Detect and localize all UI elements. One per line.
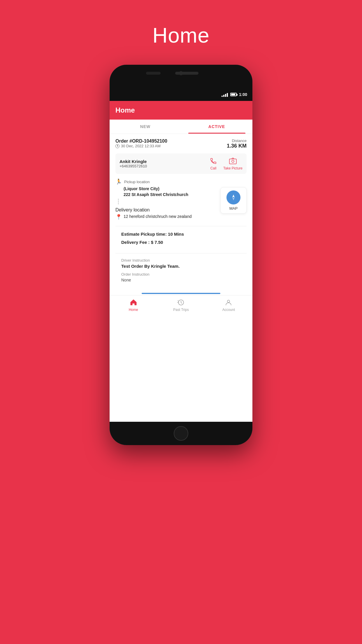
signal-icon [222, 92, 228, 97]
distance-label: Distance [227, 139, 247, 143]
divider-2 [115, 253, 247, 253]
nav-home-label: Home [129, 308, 138, 312]
app-header-title: Home [115, 106, 247, 114]
call-icon [209, 157, 217, 165]
map-button[interactable]: MAP [220, 187, 247, 214]
delivery-header: Delivery location [115, 207, 217, 213]
pickup-store: (Liquor Store City) [124, 186, 217, 192]
distance-value: 1.36 KM [227, 143, 247, 149]
take-picture-label: Take Picture [223, 166, 242, 170]
svg-marker-2 [232, 195, 235, 197]
app-content: Home NEW ACTIVE Order #ORD-104952100 30 … [110, 101, 252, 422]
pickup-address: 222 St Asaph Street Christchurch [124, 192, 217, 198]
driver-instruction-text: Test Order By Kringle Team. [121, 264, 241, 269]
divider-1 [115, 226, 247, 226]
delivery-address: 12 hereford christchruch new zealand [124, 214, 191, 220]
status-time: 1:00 [239, 92, 247, 97]
bottom-nav: Home Past Trips [110, 295, 252, 316]
phone-sensor [146, 72, 161, 75]
location-section: 🏃 Pickup location (Liquor Store City) 22… [115, 178, 247, 225]
nav-past-trips-label: Past Trips [173, 308, 189, 312]
scroll-indicator [142, 293, 220, 294]
order-number: Order #ORD-104952100 [115, 139, 167, 144]
pin-icon: 📍 [115, 214, 122, 220]
phone-top-bar [110, 65, 252, 88]
customer-actions: Call Take Picture [209, 157, 242, 170]
tab-active[interactable]: ACTIVE [181, 120, 252, 134]
page-title: Home [152, 23, 210, 47]
order-instruction-text: None [121, 278, 241, 282]
svg-rect-0 [229, 159, 236, 164]
pickup-header: 🏃 Pickup location [115, 178, 217, 185]
home-button[interactable] [174, 426, 188, 441]
estimate-pickup: Estimate Pickup time: 10 Mins [121, 232, 184, 237]
order-time: 30 Dec, 2022 12:33 AM [115, 144, 167, 148]
status-bar: 1:00 [110, 88, 252, 101]
pickup-label: Pickup location [124, 180, 150, 184]
tab-new[interactable]: NEW [110, 120, 181, 134]
home-icon [129, 298, 138, 307]
customer-info: Ankit Kringle +646395572610 [120, 159, 147, 168]
call-label: Call [210, 166, 217, 170]
phone-frame: 1:00 Home NEW ACTIVE Order #ORD-10495210… [110, 65, 252, 445]
customer-card: Ankit Kringle +646395572610 Call [115, 153, 247, 174]
account-icon [224, 298, 233, 307]
customer-phone: +646395572610 [120, 164, 147, 168]
nav-past-trips[interactable]: Past Trips [157, 298, 205, 312]
svg-point-1 [232, 160, 234, 162]
delivery-fee: Delivery Fee : $ 7.50 [121, 240, 163, 245]
battery-icon [230, 93, 237, 96]
phone-bottom-bar [110, 422, 252, 445]
map-label: MAP [229, 206, 238, 211]
instruction-section: Driver Instruction Test Order By Kringle… [115, 255, 247, 286]
svg-point-5 [227, 300, 230, 302]
location-left: 🏃 Pickup location (Liquor Store City) 22… [115, 178, 217, 220]
nav-account[interactable]: Account [205, 298, 252, 312]
order-instruction-title: Order Instruction [121, 272, 241, 276]
clock-icon [115, 144, 120, 148]
order-info-section: Estimate Pickup time: 10 Mins Delivery F… [115, 228, 247, 252]
phone-speaker [175, 72, 198, 75]
nav-home[interactable]: Home [110, 298, 157, 312]
scroll-area [110, 290, 252, 295]
driver-instruction-title: Driver Instruction [121, 258, 241, 262]
camera-icon [229, 157, 237, 165]
call-button[interactable]: Call [209, 157, 217, 170]
map-compass-icon [226, 190, 240, 204]
running-icon: 🏃 [115, 178, 122, 185]
delivery-label-text: Delivery location [115, 207, 150, 213]
customer-name: Ankit Kringle [120, 159, 147, 164]
app-header: Home [110, 101, 252, 120]
order-card: Order #ORD-104952100 30 Dec, 2022 12:33 … [110, 134, 252, 290]
nav-account-label: Account [222, 308, 235, 312]
take-picture-button[interactable]: Take Picture [223, 157, 242, 170]
history-icon [177, 298, 185, 307]
svg-marker-3 [232, 197, 235, 200]
tabs-container: NEW ACTIVE [110, 120, 252, 134]
